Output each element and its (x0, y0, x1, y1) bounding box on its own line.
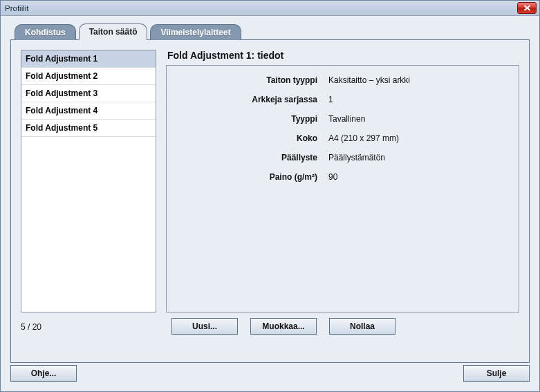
list-item[interactable]: Fold Adjustment 3 (21, 85, 156, 102)
property-row: Tyyppi Tavallinen (176, 114, 509, 124)
edit-button[interactable]: Muokkaa... (250, 318, 317, 335)
action-buttons: Uusi... Muokkaa... Nollaa (171, 318, 395, 335)
tab-panel: Fold Adjustment 1 Fold Adjustment 2 Fold… (10, 39, 530, 363)
new-button[interactable]: Uusi... (171, 318, 238, 335)
property-label: Tyyppi (176, 114, 328, 124)
close-button[interactable]: Sulje (463, 365, 530, 382)
dialog-footer: Ohje... Sulje (10, 365, 530, 382)
property-row: Päällyste Päällystämätön (176, 153, 509, 162)
property-label: Paino (g/m²) (176, 172, 328, 182)
list-item[interactable]: Fold Adjustment 4 (21, 102, 156, 120)
property-row: Taiton tyyppi Kaksitaitto – yksi arkki (176, 75, 509, 85)
property-value: Päällystämätön (328, 153, 509, 162)
close-icon[interactable] (517, 2, 537, 14)
property-value: Kaksitaitto – yksi arkki (328, 75, 509, 85)
reset-button[interactable]: Nollaa (329, 318, 395, 335)
profile-list[interactable]: Fold Adjustment 1 Fold Adjustment 2 Fold… (21, 50, 156, 312)
property-label: Arkkeja sarjassa (176, 95, 328, 104)
tab-taiton-saato[interactable]: Taiton säätö (79, 24, 148, 40)
list-item[interactable]: Fold Adjustment 5 (21, 120, 156, 137)
property-label: Taiton tyyppi (176, 75, 328, 85)
property-row: Paino (g/m²) 90 (176, 172, 509, 182)
property-value: Tavallinen (328, 114, 509, 124)
list-item[interactable]: Fold Adjustment 1 (21, 50, 156, 68)
property-value: A4 (210 x 297 mm) (328, 133, 509, 143)
property-row: Koko A4 (210 x 297 mm) (176, 133, 509, 143)
profile-counter: 5 / 20 (21, 322, 41, 332)
detail-box: Taiton tyyppi Kaksitaitto – yksi arkki A… (166, 65, 519, 312)
tab-kohdistus[interactable]: Kohdistus (15, 24, 76, 40)
property-label: Päällyste (176, 153, 328, 162)
detail-area: Fold Adjustment 1: tiedot Taiton tyyppi … (166, 50, 519, 312)
dialog-content: Kohdistus Taiton säätö Viimeistelylaitte… (1, 16, 539, 373)
property-label: Koko (176, 133, 328, 143)
list-item[interactable]: Fold Adjustment 2 (21, 68, 156, 85)
window-title: Profiilit (5, 4, 29, 12)
property-value: 90 (328, 172, 509, 182)
property-row: Arkkeja sarjassa 1 (176, 95, 509, 104)
property-value: 1 (328, 95, 509, 104)
detail-title: Fold Adjustment 1: tiedot (167, 50, 519, 61)
help-button[interactable]: Ohje... (10, 365, 77, 382)
titlebar: Profiilit (1, 1, 539, 16)
tab-strip: Kohdistus Taiton säätö Viimeistelylaitte… (15, 24, 530, 39)
tab-viimeistelylaitteet[interactable]: Viimeistelylaitteet (150, 24, 241, 40)
